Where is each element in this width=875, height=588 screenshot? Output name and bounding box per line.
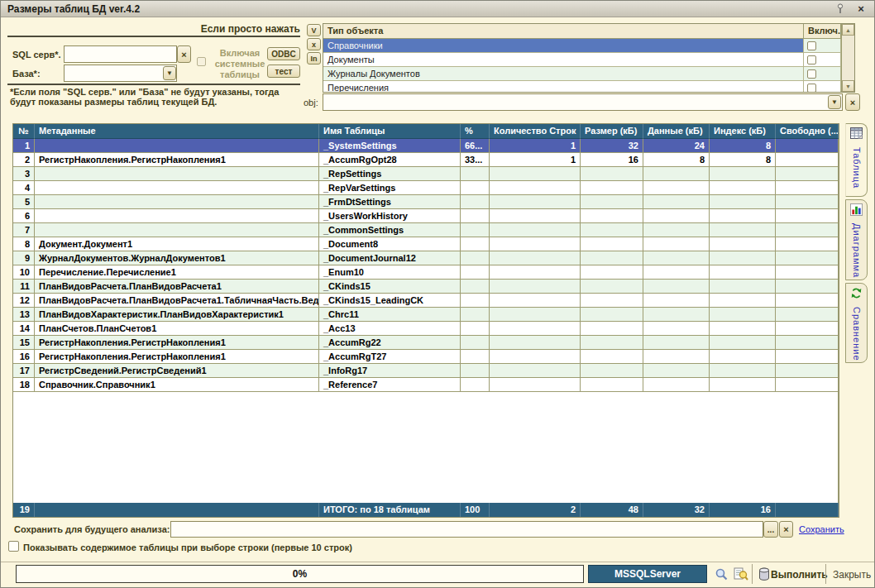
- grid-total-row: 19ИТОГО: по 18 таблицам1002483216: [13, 503, 839, 517]
- invert-selection-button[interactable]: In: [307, 52, 321, 65]
- show-content-label: Показывать содержимое таблицы при выборе…: [23, 543, 352, 552]
- tab-compare[interactable]: Сравнение: [845, 283, 868, 363]
- save-path-input[interactable]: [170, 521, 763, 538]
- table-row[interactable]: 8Документ.Документ1_Document8: [13, 237, 839, 251]
- table-row[interactable]: 10Перечисление.Перечисление1_Enum10: [13, 265, 839, 280]
- table-row[interactable]: 9ЖурналДокументов.ЖурналДокументов1_Docu…: [13, 251, 839, 265]
- database-dropdown-arrow[interactable]: ▼: [163, 66, 176, 80]
- column-header-8[interactable]: Свободно (...: [776, 124, 839, 139]
- scroll-down-icon[interactable]: ▼: [842, 80, 854, 92]
- table-row[interactable]: 2РегистрНакопления.РегистрНакопления1_Ac…: [13, 153, 839, 167]
- divider: [825, 564, 826, 584]
- object-type-row[interactable]: Справочники: [323, 39, 854, 53]
- database-input[interactable]: [64, 65, 177, 82]
- preview-icon[interactable]: [733, 566, 749, 581]
- browse-button[interactable]: ...: [763, 521, 778, 538]
- table-row[interactable]: 16РегистрНакопления.РегистрНакопления1_A…: [13, 350, 839, 364]
- table-row[interactable]: 14ПланСчетов.ПланСчетов1_Acc13: [13, 322, 839, 336]
- tab-table[interactable]: Таблица: [845, 123, 868, 197]
- deselect-all-button[interactable]: x: [307, 38, 321, 50]
- grid-header-row: №МетаданныеИмя Таблицы%Количество СтрокР…: [13, 124, 839, 139]
- test-button[interactable]: тест: [267, 65, 300, 78]
- hint-note: *Если поля "SQL серв." или "База" не буд…: [10, 87, 301, 107]
- obj-combo-input[interactable]: [323, 93, 843, 111]
- table-row[interactable]: 1_SystemSettings66...132248: [13, 139, 839, 153]
- column-header-type[interactable]: Тип объекта: [323, 24, 804, 39]
- object-type-label: Справочники: [323, 39, 804, 53]
- column-header-include[interactable]: Включ...: [804, 24, 841, 39]
- table-row[interactable]: 13ПланВидовХарактеристик.ПланВидовХаракт…: [13, 308, 839, 322]
- include-checkbox[interactable]: [807, 84, 816, 93]
- obj-dropdown-arrow[interactable]: ▼: [828, 95, 841, 109]
- column-header-5[interactable]: Размер (кБ): [581, 124, 643, 139]
- tab-diagram[interactable]: Диаграмма: [845, 199, 868, 280]
- include-checkbox[interactable]: [807, 41, 816, 50]
- scroll-up-icon[interactable]: ▲: [842, 24, 854, 36]
- column-header-7[interactable]: Индекс (кБ): [710, 124, 776, 139]
- progress-value: 0%: [293, 568, 307, 580]
- object-type-label: Перечисления: [323, 81, 804, 93]
- table-row[interactable]: 15РегистрНакопления.РегистрНакопления1_A…: [13, 336, 839, 350]
- odbc-button[interactable]: ODBC: [267, 47, 300, 60]
- table-row[interactable]: 11ПланВидовРасчета.ПланВидовРасчета1_CKi…: [13, 280, 839, 294]
- table-row[interactable]: 3_RepSettings: [13, 167, 839, 181]
- table-row[interactable]: 4_RepVarSettings: [13, 181, 839, 195]
- sql-server-input[interactable]: [64, 45, 177, 63]
- save-label: Сохранить для будущего анализа:: [14, 524, 170, 534]
- obj-clear-button[interactable]: ×: [845, 93, 860, 111]
- include-checkbox[interactable]: [807, 55, 816, 65]
- column-header-1[interactable]: Метаданные: [35, 124, 319, 139]
- progress-bar: 0%: [16, 565, 584, 583]
- close-button[interactable]: ×: [853, 2, 868, 15]
- divider: [752, 564, 753, 584]
- chart-icon: [850, 203, 863, 219]
- object-type-label: Журналы Документов: [323, 67, 804, 81]
- server-badge[interactable]: MSSQLServer: [588, 565, 707, 583]
- tab-table-label: Таблица: [852, 147, 862, 189]
- tab-diagram-label: Диаграмма: [852, 223, 862, 278]
- divider: [7, 84, 300, 85]
- object-type-row[interactable]: Документы: [323, 53, 854, 67]
- object-types-header: Тип объекта Включ...: [323, 24, 854, 39]
- select-all-button[interactable]: V: [307, 24, 321, 36]
- object-type-label: Документы: [323, 53, 804, 67]
- include-checkbox[interactable]: [807, 69, 816, 79]
- tab-compare-label: Сравнение: [852, 307, 862, 361]
- table-row[interactable]: 7_CommonSettings: [13, 223, 839, 237]
- sql-server-label: SQL серв*.: [12, 50, 61, 60]
- close-window-button[interactable]: Закрыть: [833, 569, 871, 581]
- table-row[interactable]: 18Справочник.Справочник1_Reference7: [13, 378, 839, 392]
- table-row[interactable]: 12ПланВидовРасчета.ПланВидовРасчета1.Таб…: [13, 294, 839, 308]
- execute-button[interactable]: Выполнить: [771, 569, 828, 581]
- sql-clear-button[interactable]: ×: [177, 45, 191, 63]
- table-row[interactable]: 17РегистрСведений.РегистрСведений1_InfoR…: [13, 364, 839, 378]
- table-row[interactable]: 5_FrmDtSettings: [13, 195, 839, 209]
- table-row[interactable]: 6_UsersWorkHistory: [13, 209, 839, 223]
- column-header-6[interactable]: Данные (кБ): [643, 124, 710, 139]
- save-link[interactable]: Сохранить: [799, 524, 844, 534]
- object-types-body: СправочникиДокументыЖурналы ДокументовПе…: [323, 39, 854, 93]
- grid-empty-area: [13, 392, 839, 503]
- types-scrollbar[interactable]: ▲ ▼: [841, 24, 854, 92]
- pin-icon[interactable]: [833, 2, 848, 15]
- divider: [7, 36, 300, 37]
- column-header-3[interactable]: %: [461, 124, 490, 139]
- include-system-label: Включая системные таблицы: [208, 48, 272, 80]
- include-system-checkbox[interactable]: [197, 57, 206, 66]
- window-title: Размеры таблиц БД ver.4.2: [1, 3, 833, 15]
- database-icon: [756, 566, 772, 581]
- save-clear-button[interactable]: ×: [779, 521, 793, 538]
- show-content-checkbox[interactable]: [8, 541, 19, 552]
- table-icon: [850, 127, 863, 143]
- object-type-row[interactable]: Перечисления: [323, 81, 854, 93]
- view-icon[interactable]: [714, 566, 730, 581]
- object-type-row[interactable]: Журналы Документов: [323, 67, 854, 81]
- object-types-table: Тип объекта Включ... СправочникиДокумент…: [323, 23, 855, 93]
- database-label: База*:: [12, 69, 41, 79]
- refresh-icon: [850, 287, 863, 303]
- panel-header: Если просто нажать: [7, 23, 300, 35]
- column-header-4[interactable]: Количество Строк: [490, 124, 581, 139]
- column-header-2[interactable]: Имя Таблицы: [319, 124, 461, 139]
- titlebar: Размеры таблиц БД ver.4.2 ×: [1, 1, 874, 17]
- column-header-0[interactable]: №: [13, 124, 35, 139]
